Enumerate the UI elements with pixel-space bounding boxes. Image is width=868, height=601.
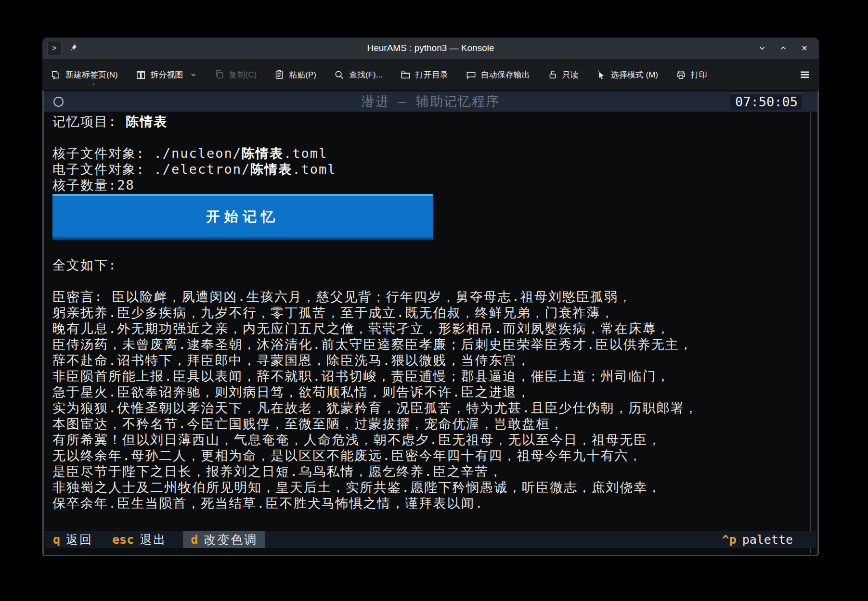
minimize-button[interactable] [756, 42, 768, 54]
key-hint-palette[interactable]: ^p palette [722, 533, 793, 547]
tui-clock: 07:50:05 [730, 93, 803, 110]
split-view-button[interactable]: 拆分视图 [135, 69, 197, 80]
print-button[interactable]: 打印 [675, 69, 707, 80]
fulltext-line: 躬亲抚养.臣少多疾病，九岁不行，零丁孤苦，至于成立.既无伯叔，终鲜兄弟，门衰祚薄… [52, 305, 803, 320]
window-title: HeurAMS : python3 — Konsole [42, 43, 819, 53]
fulltext-line: 臣密言: 臣以险衅，夙遭闵凶.生孩六月，慈父见背；行年四岁，舅夺母志.祖母刘愍臣… [52, 289, 803, 305]
memory-item-line: 记忆项目: 陈情表 [52, 114, 803, 129]
memory-item-name: 陈情表 [126, 114, 168, 129]
terminal-content: 记忆项目: 陈情表 核子文件对象: ./nucleon/陈情表.toml 电子文… [52, 114, 803, 511]
select-mode-cursor-icon [596, 69, 607, 80]
copy-button[interactable]: 复制(C) [214, 69, 257, 80]
find-button[interactable]: 查找(F)... [334, 69, 383, 80]
fulltext-line: 实为狼狈.伏惟圣朝以孝治天下，凡在故老，犹蒙矜育，况臣孤苦，特为尤甚.且臣少仕伪… [52, 400, 803, 416]
tui-footer: q 返回 esc 退出 d 改变色调 ^p palette [45, 531, 816, 548]
konsole-window: > HeurAMS : python3 — Konsole 新建标签页(N) [42, 38, 819, 556]
print-icon [675, 69, 687, 80]
key-hint-quit[interactable]: esc [112, 533, 134, 547]
fulltext-line: 本图宦达，不矜名节.今臣亡国贱俘，至微至陋，过蒙拔擢，宠命优渥，岂敢盘桓， [52, 416, 803, 432]
terminal-view[interactable]: 潜进 – 辅助记忆程序 07:50:05 记忆项目: 陈情表 核子文件对象: .… [42, 90, 819, 556]
nucleus-count-line: 核子数量:28 [52, 177, 803, 193]
loading-circle-icon [53, 97, 64, 107]
fulltext-line: 非独蜀之人士及二州牧伯所见明知，皇天后土，实所共鉴.愿陛下矜悯愚诚，听臣微志，庶… [52, 479, 803, 495]
nucleon-file-line: 核子文件对象: ./nucleon/陈情表.toml [52, 145, 803, 161]
select-mode-button[interactable]: 选择模式 (M) [596, 69, 658, 80]
fulltext-line: 辞不赴命.诏书特下，拜臣郎中，寻蒙国恩，除臣洗马.猥以微贱，当侍东宫， [52, 352, 803, 368]
fulltext-line: 晚有儿息.外无期功强近之亲，内无应门五尺之僮，茕茕孑立，形影相吊.而刘夙婴疾病，… [52, 320, 803, 336]
menu-button[interactable] [799, 68, 811, 81]
konsole-app-icon[interactable]: > [47, 41, 62, 55]
new-tab-button[interactable]: 新建标签页(N) [50, 69, 118, 80]
find-icon [334, 69, 345, 80]
split-view-icon [135, 69, 146, 80]
hamburger-menu-icon [799, 68, 811, 81]
paste-button[interactable]: 粘贴(P) [274, 69, 316, 80]
new-tab-icon [50, 69, 61, 80]
fulltext-line: 非臣陨首所能上报.臣具以表闻，辞不就职.诏书切峻，责臣逋慢；郡县逼迫，催臣上道；… [52, 368, 803, 384]
open-folder-icon [400, 69, 411, 80]
maximize-button[interactable] [777, 42, 789, 54]
chevron-down-icon [190, 71, 197, 78]
fulltext-line: 是臣尽节于陛下之日长，报养刘之日短.乌鸟私情，愿乞终养.臣之辛苦， [52, 463, 803, 479]
autosave-output-icon [466, 69, 477, 80]
copy-icon [214, 69, 225, 80]
key-hint-tint[interactable]: d 改变色调 [183, 531, 265, 548]
start-memorize-button[interactable]: 开始记忆 [52, 194, 433, 240]
open-directory-button[interactable]: 打开目录 [400, 69, 448, 80]
fulltext-line: 保卒余年.臣生当陨首，死当结草.臣不胜犬马怖惧之情，谨拜表以闻. [52, 495, 803, 511]
chevron-down-icon [91, 82, 97, 87]
fulltext-line: 无以终余年.母孙二人，更相为命，是以区区不能废远.臣密今年四十有四，祖母今年九十… [52, 448, 803, 463]
toolbar: 新建标签页(N) 拆分视图 复制(C) 粘贴(P) [42, 59, 819, 90]
close-button[interactable] [799, 42, 810, 54]
autosave-output-button[interactable]: 自动保存输出 [466, 69, 530, 80]
fulltext-line: 急于星火.臣欲奉诏奔驰，则刘病日笃，欲苟顺私情，则告诉不许.臣之进退， [52, 384, 803, 400]
tui-app-title: 潜进 – 辅助记忆程序 [44, 93, 817, 110]
fulltext-line: 臣侍汤药，未曾废离.逮奉圣朝，沐浴清化.前太守臣逵察臣孝廉；后刺史臣荣举臣秀才.… [52, 336, 803, 352]
titlebar: > HeurAMS : python3 — Konsole [42, 38, 819, 59]
fulltext-line: 有所希冀！但以刘日薄西山，气息奄奄，人命危浅，朝不虑夕.臣无祖母，无以至今日，祖… [52, 432, 803, 448]
electron-file-line: 电子文件对象: ./electron/陈情表.toml [52, 161, 803, 177]
read-only-button[interactable]: 只读 [547, 69, 579, 80]
key-hint-back[interactable]: q [53, 533, 60, 547]
readonly-lock-icon [547, 69, 558, 80]
pin-icon[interactable] [68, 43, 78, 53]
paste-icon [274, 69, 285, 80]
fulltext-label: 全文如下: [52, 257, 803, 273]
terminal-scrollbar[interactable] [810, 113, 811, 553]
tui-header: 潜进 – 辅助记忆程序 07:50:05 [44, 91, 817, 112]
